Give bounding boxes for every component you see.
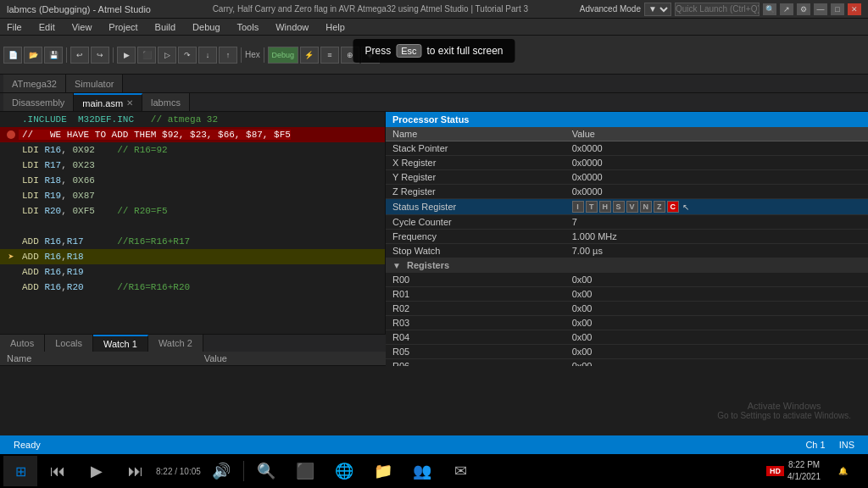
ps-row-r06: R060x00 (386, 359, 868, 367)
ps-row-y-register: Y Register 0x0000 (386, 170, 868, 185)
quick-launch-input[interactable] (675, 3, 760, 16)
code-area[interactable]: .INCLUDE M32DEF.INC // atmega 32 // WE H… (0, 112, 385, 352)
watch-tab-bar: Autos Locals Watch 1 Watch 2 (0, 335, 386, 352)
step-out-btn[interactable]: ↑ (219, 47, 237, 64)
ps-value-r06: 0x00 (565, 359, 868, 367)
taskbar-prev-btn[interactable]: ⏮ (39, 456, 76, 486)
undo-btn[interactable]: ↩ (70, 47, 89, 64)
taskbar-email-btn[interactable]: ✉ (442, 456, 480, 486)
stop-btn[interactable]: ⬛ (137, 47, 156, 64)
menu-project[interactable]: Project (105, 22, 141, 32)
ps-name-r04: R04 (386, 330, 565, 345)
step-over-btn[interactable]: ↷ (178, 47, 197, 64)
ps-value-r00: 0x00 (565, 273, 868, 287)
ps-name-frequency: Frequency (386, 230, 565, 244)
ps-value-r02: 0x00 (565, 302, 868, 316)
taskbar-search-btn[interactable]: 🔍 (248, 456, 285, 486)
watch-col-name: Name (0, 352, 198, 366)
explorer-icon: 📁 (374, 462, 392, 480)
activate-windows-watermark: Activate Windows Go to Settings to activ… (717, 401, 851, 420)
ps-row-cycle-counter: Cycle Counter 7 (386, 215, 868, 230)
restore-button[interactable]: □ (831, 3, 844, 15)
ps-name-r06: R06 (386, 359, 565, 367)
new-file-btn[interactable]: 📄 (3, 47, 22, 64)
watermark-line1: Activate Windows (717, 401, 851, 411)
sr-bit-S: S (613, 201, 625, 213)
ps-row-z-register: Z Register 0x0000 (386, 185, 868, 199)
tab-labmcs[interactable]: labmcs (142, 93, 190, 111)
taskbar-speaker-btn[interactable]: 🔊 (203, 456, 240, 486)
extra-btn-1[interactable]: ⚡ (300, 47, 319, 64)
tab-atmega32[interactable]: ATmega32 (3, 75, 66, 92)
build-btn[interactable]: ▶ (117, 47, 136, 64)
ps-value-r03: 0x00 (565, 316, 868, 330)
expand-icon[interactable]: ▼ (392, 261, 401, 270)
title-bar: labmcs (Debugging) - Atmel Studio Carry,… (0, 0, 868, 19)
taskbar-teams-btn[interactable]: 👥 (403, 456, 441, 486)
start-button[interactable]: ⊞ (3, 456, 37, 486)
tab-simulator[interactable]: Simulator (66, 75, 123, 92)
watch-tab-locals[interactable]: Locals (45, 335, 93, 352)
tab-disassembly[interactable]: Disassembly (3, 93, 74, 111)
extra-btn-2[interactable]: ≡ (320, 47, 339, 64)
processor-status-title: Processor Status (392, 114, 469, 125)
code-text-10: ADD R16,R18 (19, 252, 84, 262)
redo-btn[interactable]: ↪ (91, 47, 109, 64)
esc-prefix: Press (364, 45, 391, 57)
watch-table: Name Value (0, 352, 386, 369)
taskbar-play-btn[interactable]: ▶ (78, 456, 115, 486)
taskbar: ⊞ ⏮ ▶ ⏭ 8:22 / 10:05 🔊 🔍 ⬛ 🌐 📁 👥 ✉ HD 8:… (0, 454, 868, 488)
watch-panel: Autos Locals Watch 1 Watch 2 Name Value (0, 334, 386, 435)
watch-tab-autos[interactable]: Autos (0, 335, 45, 352)
sr-bit-V: V (626, 201, 638, 213)
debug-btn[interactable]: Debug (268, 47, 298, 64)
sr-bit-C: C (667, 201, 679, 213)
tab-main-asm-close[interactable]: ✕ (126, 98, 133, 108)
prev-icon: ⏮ (50, 463, 65, 480)
menu-debug[interactable]: Debug (189, 22, 223, 32)
notification-btn[interactable]: 🔔 (824, 456, 861, 486)
settings-button[interactable]: ⚙ (797, 3, 810, 15)
minimize-button[interactable]: 🔍 (763, 3, 776, 15)
close-button[interactable]: ✕ (848, 3, 861, 15)
toolbar-sep-4 (264, 47, 264, 63)
menu-edit[interactable]: Edit (36, 22, 58, 32)
open-btn[interactable]: 📂 (24, 47, 42, 64)
ps-name-status-register: Status Register (386, 199, 565, 215)
status-register-bits: I T H S V N Z C ↖ (572, 201, 861, 213)
advanced-mode-select[interactable]: ▼ (644, 3, 671, 16)
menu-bar: File Edit View Project Build Debug Tools… (0, 19, 868, 36)
ps-row-r02: R020x00 (386, 302, 868, 316)
taskbar-explorer-btn[interactable]: 📁 (364, 456, 402, 486)
save-btn[interactable]: 💾 (44, 47, 63, 64)
current-line-arrow: ➤ (8, 251, 14, 263)
menu-build[interactable]: Build (152, 22, 179, 32)
menu-view[interactable]: View (69, 22, 96, 32)
tab-labmcs-label: labmcs (151, 97, 181, 108)
watch-tab-watch1[interactable]: Watch 1 (93, 335, 148, 352)
taskbar-right: HD 8:22 PM 4/1/2021 🔔 (766, 456, 865, 486)
tab-main-asm[interactable]: main.asm ✕ (74, 93, 142, 111)
play-icon: ▶ (91, 462, 103, 480)
step-into-btn[interactable]: ↓ (198, 47, 217, 64)
registers-section-label: Registers (407, 260, 449, 270)
debug-start-btn[interactable]: ▷ (158, 47, 176, 64)
ps-row-stack-pointer: Stack Pointer 0x0000 (386, 141, 868, 156)
menu-tools[interactable]: Tools (234, 22, 263, 32)
watch-tab-watch2[interactable]: Watch 2 (148, 335, 203, 352)
menu-help[interactable]: Help (322, 22, 348, 32)
taskbar-next-btn[interactable]: ⏭ (117, 456, 154, 486)
processor-status-header: Processor Status (386, 112, 868, 127)
code-line-11: ADD R16,R19 (0, 264, 385, 280)
esc-notification: Press Esc to exit full screen (353, 39, 515, 63)
hd-badge: HD (766, 466, 784, 476)
next-icon: ⏭ (128, 463, 143, 480)
menu-window[interactable]: Window (272, 22, 312, 32)
taskbar-taskview-btn[interactable]: ⬛ (287, 456, 324, 486)
ps-name-r03: R03 (386, 316, 565, 330)
minimize-window-button[interactable]: — (814, 3, 827, 15)
maximize-button[interactable]: ↗ (780, 3, 793, 15)
menu-file[interactable]: File (3, 22, 25, 32)
taskbar-chrome-btn[interactable]: 🌐 (326, 456, 363, 486)
ps-value-cycle-counter: 7 (565, 215, 868, 230)
